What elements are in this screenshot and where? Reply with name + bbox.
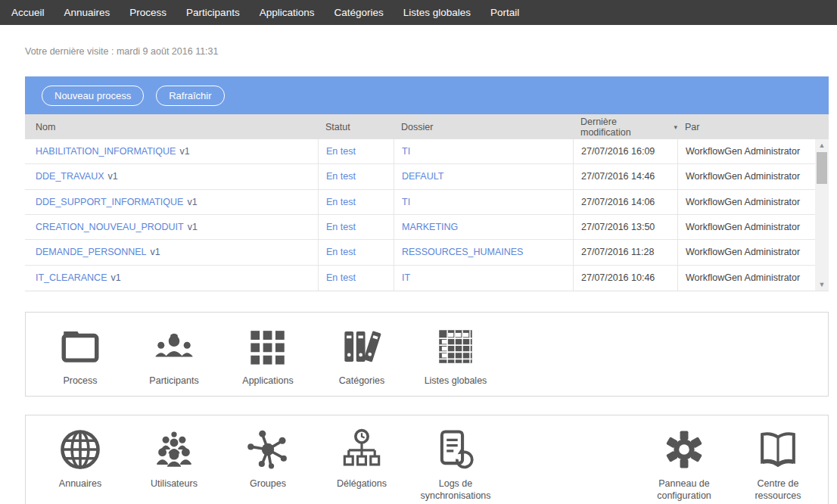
nav-item-participants[interactable]: Participants <box>176 0 250 25</box>
modified-by: WorkflowGen Administrator <box>686 222 800 232</box>
shortcut-centre-de-ressources[interactable]: Centre de ressources <box>731 428 825 502</box>
shortcut-d-l-gations[interactable]: Délégations <box>315 428 409 490</box>
shortcut-label: Délégations <box>337 478 387 490</box>
shortcut-label: Centre de ressources <box>736 478 820 502</box>
process-version: v1 <box>110 272 120 283</box>
cell-folder: RESSOURCES_HUMAINES <box>394 240 573 264</box>
modified-date: 27/07/2016 13:50 <box>581 222 655 232</box>
process-version: v1 <box>108 171 118 182</box>
nav-item-annuaires[interactable]: Annuaires <box>54 0 120 25</box>
modified-date: 27/07/2016 11:28 <box>581 247 654 257</box>
cell-name: CREATION_NOUVEAU_PRODUITv1 <box>25 215 318 239</box>
cell-folder: DEFAULT <box>394 164 573 188</box>
shortcut-panel: ProcessParticipantsApplicationsCatégorie… <box>25 312 829 397</box>
status-link[interactable]: En test <box>326 222 356 232</box>
table-body-wrap: HABILITATION_INFORMATIQUEv1En testTI27/0… <box>25 139 829 291</box>
participants-icon <box>152 325 196 369</box>
shortcut-label: Listes globales <box>425 375 487 387</box>
table-row: DDE_SUPPORT_INFORMATIQUEv1En testTI27/07… <box>25 190 815 215</box>
shortcut-logs-de-synchronisations[interactable]: Logs de synchronisations <box>409 428 503 502</box>
cell-folder: TI <box>394 190 573 214</box>
status-link[interactable]: En test <box>326 146 356 157</box>
process-version: v1 <box>151 247 160 257</box>
folder-link[interactable]: DEFAULT <box>402 171 443 182</box>
cell-by: WorkflowGen Administrator <box>677 215 815 239</box>
modified-date: 27/07/2016 14:06 <box>581 197 655 207</box>
process-version: v1 <box>188 222 198 232</box>
scroll-down-icon[interactable]: ▼ <box>815 278 829 291</box>
modified-by: WorkflowGen Administrator <box>686 171 800 182</box>
process-name-link[interactable]: DDE_SUPPORT_INFORMATIQUE <box>36 197 183 207</box>
process-name-link[interactable]: HABILITATION_INFORMATIQUE <box>36 146 176 157</box>
table-row: CREATION_NOUVEAU_PRODUITv1En testMARKETI… <box>25 215 815 240</box>
shortcut-groupes[interactable]: Groupes <box>221 428 315 490</box>
folder-link[interactable]: TI <box>402 197 410 207</box>
shortcut-label: Annuaires <box>59 478 101 490</box>
shortcut-utilisateurs[interactable]: Utilisateurs <box>127 428 221 490</box>
process-name-link[interactable]: IT_CLEARANCE <box>36 272 107 283</box>
cell-status: En test <box>318 139 394 163</box>
cell-name: DDE_TRAVAUXv1 <box>25 164 318 188</box>
process-name-link[interactable]: DDE_TRAVAUX <box>36 171 104 182</box>
column-header-par[interactable]: Par <box>677 122 829 132</box>
cell-name: HABILITATION_INFORMATIQUEv1 <box>25 139 318 163</box>
modified-by: WorkflowGen Administrator <box>686 146 800 157</box>
grid-icon <box>246 325 290 369</box>
table-row: IT_CLEARANCEv1En testIT27/07/2016 10:46W… <box>25 266 815 291</box>
shortcut-applications[interactable]: Applications <box>221 325 315 387</box>
refresh-button[interactable]: Rafraîchir <box>156 86 224 106</box>
book-icon <box>756 428 800 471</box>
process-name-link[interactable]: CREATION_NOUVEAU_PRODUIT <box>36 222 184 232</box>
nav-item-applications[interactable]: Applications <box>250 0 325 25</box>
status-link[interactable]: En test <box>326 197 356 207</box>
shortcut-annuaires[interactable]: Annuaires <box>33 428 127 490</box>
folder-icon <box>58 325 102 369</box>
table-row: HABILITATION_INFORMATIQUEv1En testTI27/0… <box>25 139 815 164</box>
vertical-scrollbar[interactable]: ▲ ▼ <box>815 139 829 291</box>
cell-name: DDE_SUPPORT_INFORMATIQUEv1 <box>25 190 318 214</box>
shortcut-panneau-de-configuration[interactable]: Panneau de configuration <box>637 428 731 502</box>
nav-item-accueil[interactable]: Accueil <box>2 0 54 25</box>
cell-by: WorkflowGen Administrator <box>677 164 815 188</box>
process-version: v1 <box>187 197 197 207</box>
column-header-statut[interactable]: Statut <box>318 122 394 132</box>
folder-link[interactable]: RESSOURCES_HUMAINES <box>402 247 523 257</box>
shortcut-participants[interactable]: Participants <box>127 325 221 387</box>
scrollbar-thumb[interactable] <box>817 152 827 184</box>
cell-folder: MARKETING <box>394 215 573 239</box>
shortcut-label: Participants <box>149 375 198 387</box>
shortcut-label: Panneau de configuration <box>643 478 726 502</box>
shortcut-cat-gories[interactable]: Catégories <box>315 325 409 387</box>
nav-item-process[interactable]: Process <box>120 0 176 25</box>
process-panel-header: Nouveau process Rafraîchir <box>25 76 829 114</box>
nav-item-portail[interactable]: Portail <box>481 0 529 25</box>
cell-modified: 27/07/2016 11:28 <box>573 240 677 264</box>
cell-status: En test <box>318 190 394 214</box>
scroll-up-icon[interactable]: ▲ <box>815 139 829 151</box>
shortcut-process[interactable]: Process <box>33 325 127 387</box>
process-name-link[interactable]: DEMANDE_PERSONNEL <box>36 247 147 257</box>
cell-by: WorkflowGen Administrator <box>677 190 815 214</box>
column-header-nom[interactable]: Nom <box>25 122 318 132</box>
cell-modified: 27/07/2016 14:46 <box>573 164 677 188</box>
network-icon <box>246 428 290 471</box>
shortcut-panel: AnnuairesUtilisateursGroupesDélégationsL… <box>25 415 829 504</box>
column-header-derni-re-modification[interactable]: Dernière modification▾ <box>573 117 677 138</box>
status-link[interactable]: En test <box>326 171 356 182</box>
gear-icon <box>662 428 706 471</box>
modified-by: WorkflowGen Administrator <box>686 272 800 283</box>
nav-item-listes-globales[interactable]: Listes globales <box>394 0 481 25</box>
folder-link[interactable]: IT <box>402 272 410 283</box>
status-link[interactable]: En test <box>326 247 356 257</box>
cell-modified: 27/07/2016 10:46 <box>573 266 677 291</box>
column-header-dossier[interactable]: Dossier <box>394 122 573 132</box>
status-link[interactable]: En test <box>326 272 356 283</box>
shortcut-listes-globales[interactable]: Listes globales <box>409 325 503 387</box>
nav-item-cat-gories[interactable]: Catégories <box>324 0 393 25</box>
folder-link[interactable]: MARKETING <box>402 222 458 232</box>
shortcut-label: Applications <box>242 375 293 387</box>
folder-link[interactable]: TI <box>402 146 410 157</box>
cell-folder: TI <box>394 139 573 163</box>
shortcut-label: Catégories <box>339 375 384 387</box>
new-process-button[interactable]: Nouveau process <box>42 86 144 106</box>
